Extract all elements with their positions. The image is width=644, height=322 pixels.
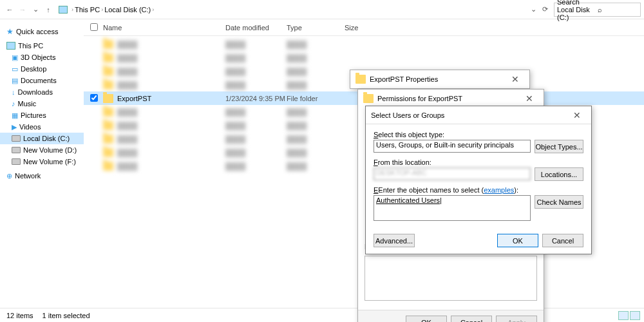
column-checkbox[interactable]: [90, 23, 103, 32]
tree-music[interactable]: ♪Music: [0, 98, 84, 109]
row-checkbox[interactable]: [90, 94, 98, 102]
object-types-button[interactable]: Object Types...: [535, 140, 583, 153]
advanced-button[interactable]: Advanced...: [374, 234, 415, 247]
breadcrumb[interactable]: › This PC › Local Disk (C:) ›: [59, 6, 527, 14]
object-type-label: Select this object type:: [374, 131, 583, 138]
column-type[interactable]: Type: [287, 24, 345, 32]
permissions-list: [365, 256, 537, 301]
drive-icon: [12, 135, 21, 142]
status-bar: 12 items 1 item selected: [0, 308, 644, 322]
tree-videos[interactable]: ▶Videos: [0, 121, 84, 133]
status-selected: 1 item selected: [43, 312, 90, 319]
music-icon: ♪: [12, 100, 15, 108]
up-button[interactable]: ↑: [42, 3, 55, 16]
properties-dialog: ExportPST Properties ✕: [350, 70, 530, 89]
folder-icon: [355, 75, 366, 84]
object-type-field[interactable]: Users, Groups, or Built-in security prin…: [374, 140, 531, 153]
dialog-title: Select Users or Groups: [371, 111, 444, 119]
close-button[interactable]: ✕: [520, 93, 538, 104]
close-button[interactable]: ✕: [506, 74, 524, 84]
column-headers: Name Date modified Type Size: [84, 19, 644, 36]
drive-icon: [12, 147, 21, 153]
desktop-icon: ▭: [12, 65, 18, 73]
tree-quick-access[interactable]: ★Quick access: [0, 26, 84, 37]
tree-3d-objects[interactable]: ▣3D Objects: [0, 52, 84, 63]
tree-new-volume-d[interactable]: New Volume (D:): [0, 144, 84, 156]
breadcrumb-segment[interactable]: This PC: [75, 6, 100, 14]
table-row[interactable]: ████████████: [84, 51, 644, 64]
close-button[interactable]: ✕: [568, 110, 586, 120]
tree-downloads[interactable]: ↓Downloads: [0, 86, 84, 98]
dialog-title: ExportPST Properties: [370, 75, 438, 83]
cancel-button[interactable]: Cancel: [542, 234, 583, 247]
search-icon: ⌕: [598, 6, 638, 14]
column-size[interactable]: Size: [345, 24, 383, 32]
column-name[interactable]: Name: [103, 24, 225, 32]
folder-icon: [103, 94, 113, 103]
drive-icon: [12, 158, 21, 165]
pc-icon: [6, 42, 15, 50]
examples-link[interactable]: examples: [484, 186, 514, 194]
back-button[interactable]: ←: [3, 3, 16, 16]
pictures-icon: ▦: [12, 111, 18, 120]
tree-this-pc[interactable]: This PC: [0, 40, 84, 52]
select-users-dialog: Select Users or Groups ✕ Select this obj…: [365, 106, 592, 254]
documents-icon: ▤: [12, 77, 18, 85]
tree-pictures[interactable]: ▦Pictures: [0, 109, 84, 121]
chevron-right-icon: ›: [101, 6, 103, 13]
dialog-title: Permissions for ExportPST: [377, 95, 462, 102]
folder-icon: [363, 94, 374, 103]
status-item-count: 12 items: [6, 312, 33, 319]
ok-button[interactable]: OK: [497, 234, 538, 247]
object-names-input[interactable]: Authenticated Users|: [374, 195, 531, 221]
address-toolbar: ← → ⌄ ↑ › This PC › Local Disk (C:) › ⌄ …: [0, 0, 644, 19]
location-label: From this location:: [374, 158, 583, 166]
check-names-button[interactable]: Check Names: [535, 195, 583, 209]
recent-dropdown[interactable]: ⌄: [29, 3, 42, 16]
tree-new-volume-f[interactable]: New Volume (F:): [0, 156, 84, 167]
column-date[interactable]: Date modified: [225, 24, 287, 32]
locations-button[interactable]: Locations...: [535, 167, 583, 181]
cancel-button[interactable]: Cancel: [451, 316, 492, 322]
address-dropdown[interactable]: ⌄: [527, 3, 540, 16]
pc-icon: [59, 6, 68, 14]
nav-tree: ★Quick access This PC ▣3D Objects ▭Deskt…: [0, 19, 84, 303]
search-input[interactable]: Search Local Disk (C:) ⌕: [554, 3, 641, 17]
breadcrumb-segment[interactable]: Local Disk (C:): [104, 6, 151, 14]
location-field[interactable]: DESKTOP-ABC: [374, 167, 531, 180]
refresh-button[interactable]: ⟳: [540, 5, 550, 14]
enter-names-label: EEnter the object names to select (examp…: [374, 186, 583, 194]
tree-documents[interactable]: ▤Documents: [0, 75, 84, 86]
network-icon: ⊕: [6, 172, 12, 180]
chevron-right-icon: ›: [152, 6, 154, 13]
search-placeholder: Search Local Disk (C:): [557, 0, 598, 21]
forward-button[interactable]: →: [16, 3, 29, 16]
apply-button[interactable]: Apply: [496, 316, 537, 322]
tree-network[interactable]: ⊕Network: [0, 170, 84, 182]
tree-desktop[interactable]: ▭Desktop: [0, 63, 84, 75]
videos-icon: ▶: [12, 123, 17, 131]
ok-button[interactable]: OK: [406, 316, 447, 322]
star-icon: ★: [6, 27, 14, 36]
chevron-right-icon: ›: [71, 6, 73, 13]
view-toggle[interactable]: [618, 311, 640, 320]
downloads-icon: ↓: [12, 88, 15, 96]
folder-icon: ▣: [12, 53, 18, 62]
table-row[interactable]: ████████████: [84, 37, 644, 51]
tree-local-disk-c[interactable]: Local Disk (C:): [0, 133, 84, 144]
